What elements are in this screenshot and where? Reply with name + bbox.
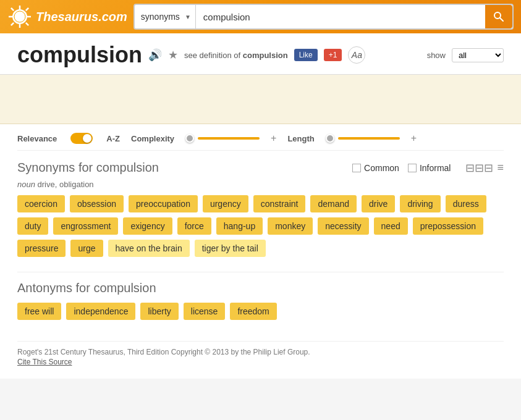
view-icons: ⊟⊟⊟ ≡ — [465, 161, 504, 175]
word-tag[interactable]: necessity — [318, 217, 368, 235]
word-tag[interactable]: coercion — [17, 195, 65, 212]
word-tag-informal[interactable]: tiger by the tail — [195, 240, 266, 257]
word-tag[interactable]: preoccupation — [129, 195, 198, 212]
synonyms-subtitle: for compulsion — [78, 161, 159, 174]
word-tag[interactable]: engrossment — [53, 217, 118, 235]
see-definition-link[interactable]: see definition of compulsion — [184, 51, 288, 60]
svg-line-7 — [26, 8, 28, 10]
search-icon — [493, 11, 504, 22]
antonym-tag[interactable]: freedom — [230, 303, 276, 320]
complexity-slider[interactable] — [185, 134, 260, 143]
antonym-tag[interactable]: independence — [66, 303, 135, 320]
gplus-button[interactable]: +1 — [324, 49, 342, 61]
word-tag[interactable]: monkey — [268, 217, 313, 235]
antonym-tag[interactable]: free will — [17, 303, 61, 320]
common-checkbox-box[interactable] — [352, 164, 361, 172]
pos-tag: noun — [17, 180, 35, 189]
main-content: Relevance A-Z Complexity + Length + Syno… — [0, 124, 521, 379]
logo-area: Thesaurus.com — [7, 4, 127, 29]
fb-like-button[interactable]: Like — [294, 49, 318, 61]
word-tag[interactable]: drive — [362, 195, 395, 212]
word-tag[interactable]: hang-up — [216, 217, 263, 235]
word-tag[interactable]: force — [177, 217, 211, 235]
complexity-label: Complexity — [131, 134, 174, 143]
word-tag[interactable]: obsession — [70, 195, 124, 212]
word-tag[interactable]: exigency — [123, 217, 172, 235]
footer-note: Roget's 21st Century Thesaurus, Third Ed… — [17, 341, 504, 366]
svg-line-8 — [11, 23, 14, 25]
logo-text[interactable]: Thesaurus.com — [36, 10, 127, 24]
synonyms-title: Synonyms for compulsion — [17, 161, 159, 174]
antonyms-subtitle: for compulsion — [76, 281, 156, 295]
font-size-icon[interactable]: Aa — [348, 46, 365, 64]
length-knob — [326, 134, 334, 143]
informal-checkbox[interactable]: Informal — [408, 163, 451, 173]
complexity-track — [198, 137, 260, 140]
word-tag[interactable]: prepossession — [413, 217, 483, 235]
see-definition-text: see definition of — [184, 51, 240, 60]
relevance-toggle[interactable] — [70, 133, 93, 144]
search-button[interactable] — [485, 5, 512, 28]
gplus-label: +1 — [329, 51, 337, 59]
antonym-tag[interactable]: liberty — [140, 303, 178, 320]
synonyms-header: Synonyms for compulsion Common Informal … — [17, 161, 504, 175]
complexity-plus[interactable]: + — [271, 133, 276, 144]
copyright-text: Roget's 21st Century Thesaurus, Third Ed… — [17, 348, 310, 356]
word-tag[interactable]: driving — [400, 195, 440, 212]
header: Thesaurus.com synonyms antonyms definiti… — [0, 0, 521, 33]
filters-bar: Relevance A-Z Complexity + Length + — [17, 124, 504, 151]
svg-line-11 — [500, 18, 503, 21]
see-definition-word: compulsion — [243, 51, 288, 60]
grid-view-icon[interactable]: ⊟⊟⊟ — [465, 161, 493, 175]
length-label: Length — [287, 134, 314, 143]
pos-words: drive, obligation — [38, 180, 94, 189]
star-icon[interactable]: ★ — [168, 48, 178, 62]
antonyms-words-grid: free will independence liberty license f… — [17, 303, 504, 320]
synonyms-title-area: Synonyms for compulsion — [17, 161, 352, 175]
informal-checkbox-box[interactable] — [408, 164, 417, 172]
informal-label: Informal — [420, 163, 451, 173]
synonyms-section: Synonyms for compulsion Common Informal … — [17, 151, 504, 272]
word-tag[interactable]: urgency — [203, 195, 248, 212]
show-select[interactable]: all common informal — [452, 48, 504, 62]
word-header: compulsion 🔊 ★ see definition of compuls… — [0, 33, 521, 75]
relevance-label: Relevance — [17, 134, 57, 143]
word-tag[interactable]: constraint — [253, 195, 306, 212]
main-word: compulsion — [17, 42, 142, 68]
length-track — [338, 137, 400, 140]
search-type-select[interactable]: synonyms antonyms definitions — [135, 5, 196, 28]
checkboxes-area: Common Informal ⊟⊟⊟ ≡ — [352, 161, 504, 175]
search-type-wrapper: synonyms antonyms definitions — [135, 5, 196, 28]
antonyms-title: Antonyms for compulsion — [17, 281, 156, 295]
cite-link[interactable]: Cite This Source — [17, 358, 504, 366]
pos-label: noun drive, obligation — [17, 180, 504, 189]
synonyms-words-grid: coercion obsession preoccupation urgency… — [17, 195, 504, 257]
svg-line-6 — [26, 23, 28, 25]
antonyms-header: Antonyms for compulsion — [17, 281, 504, 298]
az-label: A-Z — [106, 134, 120, 143]
logo-sun-icon — [7, 4, 32, 29]
ad-area — [0, 75, 521, 124]
antonym-tag[interactable]: license — [184, 303, 226, 320]
complexity-knob — [185, 134, 194, 143]
svg-line-5 — [11, 8, 14, 10]
word-tag[interactable]: need — [374, 217, 408, 235]
svg-point-0 — [12, 9, 27, 24]
word-tag[interactable]: demand — [310, 195, 357, 212]
word-tag[interactable]: pressure — [17, 240, 66, 257]
antonyms-section: Antonyms for compulsion free will indepe… — [17, 272, 504, 335]
search-input[interactable] — [196, 5, 485, 28]
fb-like-label: Like — [299, 51, 313, 59]
word-tag[interactable]: duty — [17, 217, 48, 235]
word-tag[interactable]: urge — [70, 240, 103, 257]
toggle-thumb — [83, 134, 91, 143]
word-tag-informal[interactable]: have on the brain — [108, 240, 190, 257]
length-plus[interactable]: + — [411, 133, 417, 144]
sound-icon[interactable]: 🔊 — [148, 48, 162, 62]
length-slider[interactable] — [326, 134, 400, 143]
common-label: Common — [364, 163, 399, 173]
common-checkbox[interactable]: Common — [352, 163, 399, 173]
word-tag[interactable]: duress — [446, 195, 486, 212]
list-view-icon[interactable]: ≡ — [497, 161, 504, 175]
show-label: show — [427, 51, 446, 60]
